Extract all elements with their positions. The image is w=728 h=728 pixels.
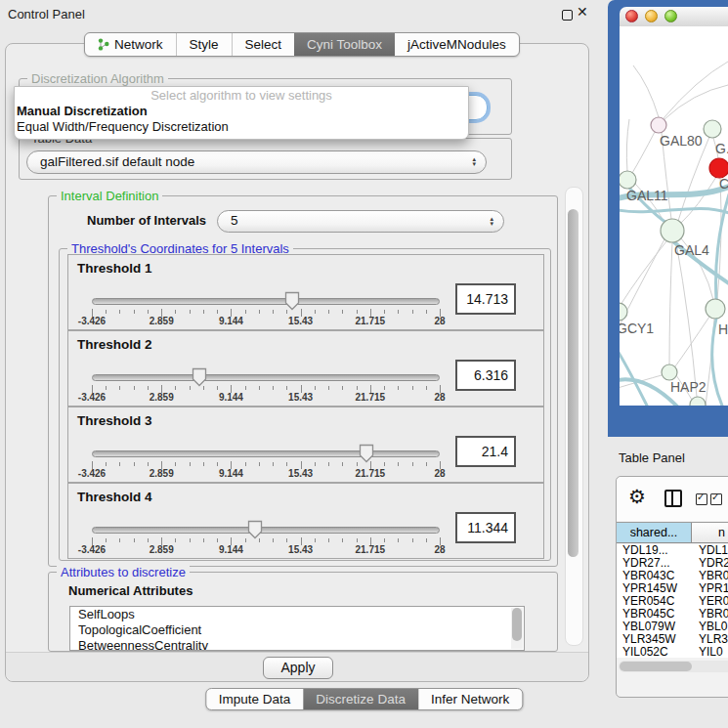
column-header[interactable]: n (692, 523, 728, 542)
table-row[interactable]: YIL052CYIL0 (617, 646, 728, 658)
slider-track[interactable] (92, 298, 440, 305)
table-row[interactable]: YDR27...YDR2 (617, 557, 728, 570)
minimize-window-icon[interactable] (645, 10, 658, 22)
slider-tick (412, 462, 413, 466)
slider-thumb[interactable] (192, 367, 207, 387)
slider-tick (119, 462, 120, 466)
tab-label: Infer Network (431, 692, 509, 707)
slider-track[interactable] (92, 450, 440, 457)
split-columns-icon[interactable] (664, 490, 682, 507)
slider-tick-label: 9.144 (219, 392, 243, 403)
slider-track[interactable] (92, 374, 440, 381)
checkbox-icon[interactable] (696, 493, 707, 505)
table-header: shared...n (617, 522, 728, 543)
checkbox-icon[interactable] (710, 493, 722, 505)
tab-label: Impute Data (219, 692, 291, 707)
list-scrollbar[interactable] (511, 608, 523, 649)
tab-jactivemnodules[interactable]: jActiveMNodules (395, 33, 519, 56)
float-panel-icon[interactable] (562, 10, 573, 21)
control-panel: Discretization Algorithm Select algorith… (5, 43, 589, 682)
tab-network[interactable]: Network (85, 33, 176, 56)
network-node[interactable] (662, 364, 677, 380)
apply-button[interactable]: Apply (263, 657, 333, 679)
threshold-value-field[interactable]: 14.713 (455, 283, 516, 315)
slider-tick-label: 28 (434, 544, 445, 555)
scrollbar-thumb[interactable] (620, 662, 692, 671)
tab-infer-network[interactable]: Infer Network (418, 689, 522, 709)
slider-tick (217, 310, 218, 314)
slider-tick-label: 21.715 (356, 468, 386, 479)
slider-thumb[interactable] (359, 444, 374, 463)
tab-cyni-toolbox[interactable]: Cyni Toolbox (294, 33, 395, 56)
list-item[interactable]: BetweennessCentrality (70, 638, 524, 651)
cell-name: YPR1 (692, 582, 728, 595)
slider-tick (148, 386, 149, 390)
slider-tick (357, 538, 358, 542)
slider-tick-label: 21.715 (356, 316, 386, 326)
algorithm-dropdown-popup: Select algorithm to view settingsManual … (14, 86, 469, 140)
cell-name: YBR0 (692, 608, 728, 621)
threshold-value-field[interactable]: 21.4 (455, 436, 516, 467)
interval-definition-label: Interval Definition (57, 189, 162, 203)
network-node[interactable] (651, 117, 666, 133)
tab-select[interactable]: Select (232, 33, 295, 56)
network-canvas[interactable]: GAL80G.CGAL11GAL4GCY1HHAP2 (620, 26, 728, 406)
network-node[interactable] (709, 158, 728, 178)
slider-tick (106, 386, 107, 390)
slider-tick (342, 310, 343, 314)
list-item[interactable]: SelfLoops (70, 607, 524, 622)
slider-tick (203, 310, 204, 314)
table-row[interactable]: YER054CYER0 (617, 595, 728, 608)
cell-name: YBL0 (692, 621, 728, 633)
slider-thumb[interactable] (284, 291, 300, 311)
table-row[interactable]: YPR145WYPR1 (617, 582, 728, 595)
close-panel-icon[interactable]: ✕ (577, 4, 588, 20)
scrollbar-thumb[interactable] (568, 209, 578, 557)
close-window-icon[interactable] (625, 10, 638, 22)
gear-icon[interactable]: ⚙ (628, 485, 646, 508)
threshold-label: Threshold 1 (77, 261, 152, 276)
tab-style[interactable]: Style (176, 33, 232, 56)
network-node-label: G. (715, 141, 728, 156)
algorithm-option[interactable]: Equal Width/Frequency Discretization (15, 119, 468, 135)
threshold-panel: Threshold 1-3.4262.8599.14415.4321.71528… (67, 254, 544, 330)
tab-discretize-data[interactable]: Discretize Data (303, 689, 418, 709)
table-data-combobox[interactable]: galFiltered.sif default node ▴▾ (26, 150, 487, 174)
threshold-value-field[interactable]: 6.316 (455, 360, 516, 391)
table-row[interactable]: YDL19...YDL1 (617, 544, 728, 557)
slider-tick-label: 2.859 (150, 392, 174, 403)
tab-impute-data[interactable]: Impute Data (206, 689, 304, 709)
network-node[interactable] (690, 397, 706, 406)
network-node[interactable] (620, 303, 627, 321)
algorithm-option[interactable]: Manual Discretization (15, 104, 468, 119)
cell-shared-name: YDL19... (617, 544, 692, 557)
threshold-label: Threshold 2 (77, 337, 152, 352)
slider-tick (106, 310, 107, 314)
network-node[interactable] (620, 171, 636, 189)
network-edge (675, 317, 709, 366)
network-graph[interactable]: GAL80G.CGAL11GAL4GCY1HHAP2 (620, 26, 728, 406)
number-of-intervals-combobox[interactable]: 5 ▴▾ (217, 210, 504, 233)
network-node[interactable] (706, 299, 725, 319)
scrollbar-thumb[interactable] (512, 608, 522, 641)
zoom-window-icon[interactable] (664, 10, 677, 22)
table-row[interactable]: YBR043CYBR0 (617, 570, 728, 582)
numerical-attributes-list[interactable]: SelfLoopsTopologicalCoefficientBetweenne… (69, 606, 525, 651)
slider-tick (273, 386, 274, 390)
slider-track[interactable] (92, 527, 440, 534)
table-row[interactable]: YLR345WYLR3 (617, 633, 728, 646)
network-node[interactable] (661, 219, 684, 242)
column-header[interactable]: shared... (617, 523, 692, 542)
list-item[interactable]: TopologicalCoefficient (70, 622, 524, 638)
network-node[interactable] (704, 120, 721, 138)
slider-tick (398, 310, 399, 314)
threshold-value-field[interactable]: 11.344 (455, 512, 516, 543)
vertical-scrollbar[interactable] (565, 187, 583, 646)
attributes-group: Attributes to discretize Numerical Attri… (48, 572, 558, 652)
table-row[interactable]: YBR045CYBR0 (617, 608, 728, 621)
table-row[interactable]: YBL079WYBL0 (617, 621, 728, 633)
slider-tick (384, 386, 385, 390)
network-edge-highlighted (620, 208, 728, 213)
horizontal-scrollbar[interactable] (619, 661, 728, 672)
slider-thumb[interactable] (247, 520, 263, 539)
